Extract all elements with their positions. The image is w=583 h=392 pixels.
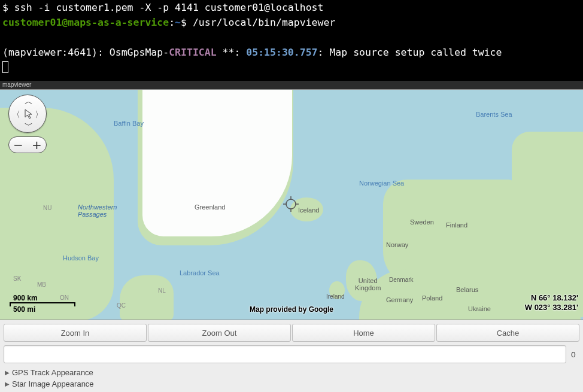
svg-point-0 xyxy=(286,199,296,209)
map-attribution: Map provided by Google xyxy=(0,305,583,314)
pan-control[interactable]: ︿ ﹀ 〈 〉 xyxy=(8,95,47,133)
land-russia xyxy=(512,132,583,317)
pan-left-icon[interactable]: 〈 xyxy=(12,110,20,120)
window-title: mapviewer xyxy=(0,81,583,89)
map-coordinates: N 66° 18.132' W 023° 33.281' xyxy=(525,293,578,312)
coord-lat: N 66° 18.132' xyxy=(525,293,578,303)
label-greenland: Greenland xyxy=(195,203,225,211)
pan-down-icon[interactable]: ﹀ xyxy=(25,120,33,131)
toolbar: Zoom In Zoom Out Home Cache xyxy=(0,320,583,344)
text-input[interactable] xyxy=(4,345,566,363)
gps-track-expander[interactable]: ▶ GPS Track Appearance xyxy=(0,367,583,378)
pan-up-icon[interactable]: ︿ xyxy=(25,96,33,107)
cursor-icon[interactable] xyxy=(23,108,34,121)
label-denmark: Denmark xyxy=(389,276,414,283)
home-button[interactable]: Home xyxy=(292,324,435,342)
triangle-right-icon: ▶ xyxy=(5,381,10,387)
terminal-userhost: customer01@maps-as-a-service xyxy=(2,17,169,28)
star-image-label: Star Image Appearance xyxy=(12,379,94,388)
label-belarus: Belarus xyxy=(456,286,478,293)
terminal-command: /usr/local/bin/mapviewer xyxy=(193,17,335,28)
crosshair-marker-icon xyxy=(283,196,299,212)
label-norwegian-sea: Norwegian Sea xyxy=(359,180,404,187)
input-row: 0 xyxy=(0,344,583,367)
star-image-expander[interactable]: ▶ Star Image Appearance xyxy=(0,378,583,390)
label-labrador-sea: Labrador Sea xyxy=(180,269,220,276)
triangle-right-icon: ▶ xyxy=(5,369,10,376)
label-poland: Poland xyxy=(422,294,442,302)
scale-km: 900 km xyxy=(10,294,75,302)
zoom-out-icon[interactable]: − xyxy=(13,139,23,151)
label-ireland: Ireland xyxy=(326,293,345,300)
zoom-control[interactable]: − + xyxy=(8,136,47,153)
label-sweden: Sweden xyxy=(410,218,434,226)
log-level: CRITICAL xyxy=(169,47,216,58)
label-baffin-bay: Baffin Bay xyxy=(114,120,144,127)
terminal: $ ssh -i customer1.pem -X -p 4141 custom… xyxy=(0,0,583,81)
label-barents-sea: Barents Sea xyxy=(476,111,512,118)
map-canvas[interactable]: Baffin Bay Northwestern Passages Hudson … xyxy=(0,89,583,320)
terminal-cursor xyxy=(2,61,8,73)
zoom-in-button[interactable]: Zoom In xyxy=(4,324,147,342)
terminal-line-1: $ ssh -i customer1.pem -X -p 4141 custom… xyxy=(2,2,323,13)
label-hudson-bay: Hudson Bay xyxy=(63,254,99,262)
zoom-out-button[interactable]: Zoom Out xyxy=(148,324,291,342)
label-uk: United Kingdom xyxy=(355,277,381,291)
log-message: : Map source setup called twice xyxy=(318,47,502,58)
label-norway: Norway xyxy=(386,241,408,248)
label-nw-passages: Northwestern Passages xyxy=(78,203,117,218)
cache-button[interactable]: Cache xyxy=(436,324,579,342)
label-sk: SK xyxy=(13,275,21,282)
coord-lon: W 023° 33.281' xyxy=(525,303,578,312)
zoom-in-icon[interactable]: + xyxy=(32,139,42,151)
mapviewer-app: Baffin Bay Northwestern Passages Hudson … xyxy=(0,89,583,392)
pan-right-icon[interactable]: 〉 xyxy=(35,110,43,120)
gps-track-label: GPS Track Appearance xyxy=(12,368,93,377)
label-mb: MB xyxy=(37,281,46,288)
log-time: 05:15:30.757 xyxy=(246,47,317,58)
label-nu: NU xyxy=(43,205,51,211)
label-finland: Finland xyxy=(446,221,467,229)
label-germany: Germany xyxy=(386,296,413,303)
label-nl: NL xyxy=(158,287,166,294)
count-label: 0 xyxy=(571,350,579,359)
label-iceland: Iceland xyxy=(298,206,319,214)
